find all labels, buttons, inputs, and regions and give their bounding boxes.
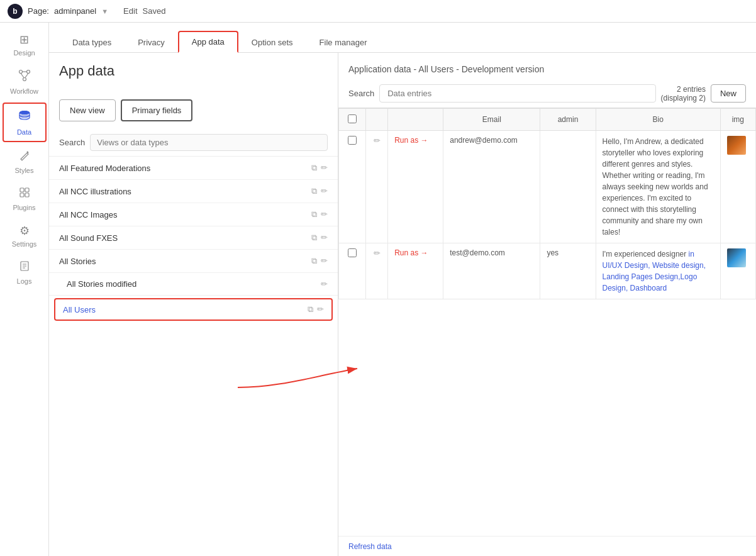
tab-option-sets[interactable]: Option sets <box>238 32 306 53</box>
row2-edit-icon[interactable]: ✏ <box>374 248 381 258</box>
header-bio: Bio <box>596 109 720 131</box>
header-checkbox-col <box>339 109 366 131</box>
select-all-checkbox[interactable] <box>348 114 357 123</box>
sidebar-item-logs[interactable]: Logs <box>3 255 47 290</box>
refresh-link[interactable]: Refresh data <box>348 542 392 551</box>
sidebar-item-design[interactable]: ⊞ Design <box>3 28 47 62</box>
row1-img-thumb <box>727 136 746 155</box>
row1-checkbox[interactable] <box>348 136 357 145</box>
sidebar-item-styles[interactable]: Styles <box>3 145 47 179</box>
data-subtitle: Application data - All Users - Developme… <box>338 53 756 79</box>
row1-checkbox-cell <box>339 131 366 243</box>
settings-icon: ⚙ <box>19 224 30 238</box>
app-logo: b <box>8 4 23 19</box>
edit-icon-0[interactable]: ✏ <box>321 163 328 173</box>
plugins-icon <box>19 187 30 201</box>
tab-file-manager[interactable]: File manager <box>306 32 381 53</box>
svg-point-8 <box>19 111 30 114</box>
row2-img <box>720 243 755 299</box>
data-icon <box>18 109 31 126</box>
edit-icon-6[interactable]: ✏ <box>317 304 324 314</box>
edit-icon-2[interactable]: ✏ <box>321 209 328 220</box>
list-item-ncc-images[interactable]: All NCC Images ⧉ ✏ <box>49 203 338 226</box>
list-item-all-users[interactable]: All Users ⧉ ✏ <box>54 298 333 321</box>
edit-icon-1[interactable]: ✏ <box>321 186 328 196</box>
list-item-sound-fxes[interactable]: All Sound FXES ⧉ ✏ <box>49 226 338 250</box>
list-item-stories[interactable]: All Stories ⧉ ✏ <box>49 250 338 273</box>
sidebar-label-settings: Settings <box>12 240 37 248</box>
svg-point-0 <box>19 70 22 74</box>
edit-icon-4[interactable]: ✏ <box>321 256 328 266</box>
row2-run-as: Run as → <box>388 243 443 299</box>
sidebar-item-workflow[interactable]: Workflow <box>3 64 47 100</box>
header-edit-col <box>365 109 387 131</box>
page-name[interactable]: adminpanel <box>54 6 96 16</box>
row1-bio: Hello, I'm Andrew, a dedicated storytell… <box>596 131 720 243</box>
row2-checkbox[interactable] <box>348 248 357 257</box>
data-search-input[interactable] <box>379 84 655 103</box>
left-panel-actions: New view Primary fields <box>49 99 338 129</box>
list-item-ncc-illustrations[interactable]: All NCC illustrations ⧉ ✏ <box>49 180 338 203</box>
svg-line-5 <box>25 74 28 78</box>
page-dropdown-arrow[interactable]: ▼ <box>101 8 108 15</box>
tabs: Data types Privacy App data Option sets … <box>49 23 756 53</box>
sidebar-item-settings[interactable]: ⚙ Settings <box>3 219 47 253</box>
sidebar-item-data[interactable]: Data <box>3 103 47 142</box>
styles-icon <box>19 150 30 164</box>
row1-img <box>720 131 755 243</box>
row2-run-as-link[interactable]: Run as → <box>394 248 428 257</box>
svg-point-2 <box>23 78 26 81</box>
list-item-featured-moderations[interactable]: All Featured Moderations ⧉ ✏ <box>49 157 338 180</box>
row1-run-as: Run as → <box>388 131 443 243</box>
table-row: ✏ Run as → andrew@demo.com <box>339 131 756 243</box>
svg-line-9 <box>27 152 28 153</box>
views-search-input[interactable] <box>90 134 328 151</box>
copy-icon-1[interactable]: ⧉ <box>311 186 317 196</box>
left-panel-header: App data <box>49 53 338 99</box>
edit-icon-3[interactable]: ✏ <box>321 233 328 243</box>
list-item-stories-modified[interactable]: All Stories modified ✏ <box>49 273 338 296</box>
row2-checkbox-cell <box>339 243 366 299</box>
views-search-label: Search <box>59 138 85 147</box>
svg-point-1 <box>26 70 30 74</box>
data-table: Email admin Bio img <box>338 108 756 299</box>
row1-email: andrew@demo.com <box>443 131 540 243</box>
workflow-icon <box>18 69 31 85</box>
row2-img-thumb <box>727 248 746 267</box>
copy-icon-0[interactable]: ⧉ <box>311 163 317 173</box>
primary-fields-button[interactable]: Primary fields <box>121 99 193 121</box>
top-bar: b Page: adminpanel ▼ Edit Saved <box>0 0 756 23</box>
edit-icon-5[interactable]: ✏ <box>321 279 328 289</box>
app-data-area: App data New view Primary fields Search … <box>49 53 756 556</box>
entries-count: 2 entries (displaying 2) <box>661 85 706 103</box>
copy-icon-2[interactable]: ⧉ <box>311 209 317 220</box>
refresh-row: Refresh data <box>338 536 756 556</box>
row2-bio: I'm experienced designer in UI/UX Design… <box>596 243 720 299</box>
design-icon: ⊞ <box>19 33 29 47</box>
header-admin: admin <box>540 109 596 131</box>
row1-run-as-link[interactable]: Run as → <box>394 136 428 145</box>
data-actions: Search 2 entries (displaying 2) New <box>338 79 756 108</box>
app-data-title: App data <box>59 63 328 79</box>
right-panel: Application data - All Users - Developme… <box>338 53 756 556</box>
sidebar-label-design: Design <box>13 49 35 57</box>
copy-icon-4[interactable]: ⧉ <box>311 256 317 266</box>
main-layout: ⊞ Design Workflow <box>0 23 756 556</box>
copy-icon-6[interactable]: ⧉ <box>308 304 313 314</box>
copy-icon-3[interactable]: ⧉ <box>311 233 317 243</box>
header-run-as <box>388 109 443 131</box>
new-entry-button[interactable]: New <box>711 84 746 103</box>
tab-app-data[interactable]: App data <box>178 31 238 53</box>
page-label: Page: <box>28 6 49 16</box>
tab-data-types[interactable]: Data types <box>59 32 125 53</box>
row2-email: test@demo.com <box>443 243 540 299</box>
tab-privacy[interactable]: Privacy <box>125 32 178 53</box>
sidebar-item-plugins[interactable]: Plugins <box>3 182 47 216</box>
row1-edit-icon[interactable]: ✏ <box>374 136 381 145</box>
sidebar: ⊞ Design Workflow <box>0 23 49 556</box>
sidebar-label-data: Data <box>17 128 31 136</box>
edit-button[interactable]: Edit <box>123 6 137 16</box>
header-img: img <box>720 109 755 131</box>
row1-admin <box>540 131 596 243</box>
new-view-button[interactable]: New view <box>59 99 116 121</box>
